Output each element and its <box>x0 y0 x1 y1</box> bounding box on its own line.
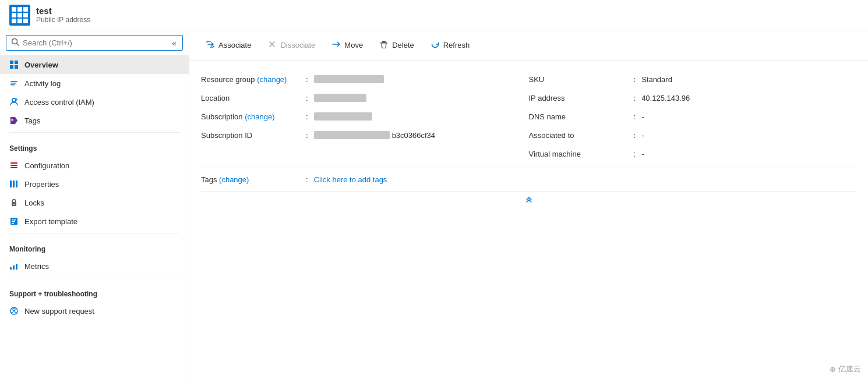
sidebar-item-label: Overview <box>24 61 58 69</box>
props-icon <box>9 179 19 189</box>
svg-rect-4 <box>10 65 13 69</box>
dissociate-label: Dissociate <box>280 41 315 49</box>
svg-point-13 <box>12 119 13 121</box>
detail-label-sku: SKU <box>529 75 634 84</box>
tag-icon <box>9 116 19 125</box>
sidebar-item-locks[interactable]: Locks <box>0 193 189 212</box>
associate-button[interactable]: Associate <box>199 36 258 54</box>
detail-label-associated-to: Associated to <box>529 131 634 140</box>
detail-row-dns-name: DNS name : - <box>529 107 857 126</box>
sidebar-item-label: Activity log <box>24 79 61 88</box>
tags-row: Tags (change) : Click here to add tags <box>201 168 856 191</box>
config-icon <box>9 161 19 170</box>
sidebar-item-access-control[interactable]: Access control (IAM) <box>0 93 189 111</box>
search-input[interactable] <box>23 38 171 47</box>
tags-label: Tags (change) <box>201 175 306 184</box>
dissociate-icon <box>267 40 277 51</box>
content-area: Associate Dissociate M <box>189 30 868 379</box>
refresh-label: Refresh <box>443 41 470 49</box>
svg-rect-24 <box>12 221 15 222</box>
svg-rect-14 <box>10 162 17 164</box>
user-icon <box>9 97 19 107</box>
virtual-machine-value: - <box>641 150 644 158</box>
settings-section-label: Settings <box>0 135 189 156</box>
resource-group-blurred <box>314 75 384 83</box>
svg-rect-19 <box>16 180 17 187</box>
overview-icon <box>9 60 19 69</box>
metrics-icon <box>9 261 19 271</box>
sku-value: Standard <box>641 75 672 84</box>
collapse-details-button[interactable] <box>201 191 856 206</box>
resource-name: test <box>36 6 90 16</box>
detail-value-ip-address: : 40.125.143.96 <box>634 94 690 102</box>
subscription-change-link[interactable]: (change) <box>245 112 274 121</box>
activity-log-icon <box>9 79 19 88</box>
watermark: ⊕ 亿速云 <box>830 364 861 374</box>
associate-icon <box>206 40 215 51</box>
svg-rect-7 <box>10 83 16 84</box>
location-blurred <box>314 94 366 102</box>
detail-value-resource-group: : <box>306 75 384 84</box>
tags-add-link[interactable]: Click here to add tags <box>314 175 387 184</box>
svg-rect-27 <box>13 265 15 270</box>
support-icon <box>9 306 19 316</box>
sidebar-divider <box>9 132 179 133</box>
detail-row-associated-to: Associated to : - <box>529 126 857 144</box>
refresh-button[interactable]: Refresh <box>424 36 477 54</box>
svg-rect-15 <box>10 165 17 166</box>
collapse-sidebar-button[interactable]: « <box>171 38 178 48</box>
sidebar-divider-3 <box>9 278 179 278</box>
detail-value-dns-name: : - <box>634 112 644 121</box>
refresh-icon <box>431 40 440 51</box>
search-box[interactable]: « <box>6 35 183 51</box>
tags-value: : Click here to add tags <box>306 175 387 184</box>
sidebar-item-new-support[interactable]: New support request <box>0 302 189 320</box>
delete-icon <box>379 40 389 51</box>
move-icon <box>331 40 341 51</box>
detail-label-resource-group: Resource group (change) <box>201 75 306 84</box>
sidebar-item-label: Locks <box>24 199 44 207</box>
resource-group-change-link[interactable]: (change) <box>257 75 287 84</box>
svg-rect-16 <box>10 167 17 168</box>
tags-change-link[interactable]: (change) <box>219 175 249 184</box>
delete-label: Delete <box>392 41 414 49</box>
detail-label-subscription: Subscription (change) <box>201 112 306 121</box>
watermark-text: 亿速云 <box>838 364 861 374</box>
support-section-label: Support + troubleshooting <box>0 281 189 302</box>
sidebar-item-label: Access control (IAM) <box>24 98 94 107</box>
watermark-icon: ⊕ <box>830 365 836 374</box>
sidebar: « Overview Activity <box>0 30 189 379</box>
lock-icon <box>9 198 19 207</box>
resource-icon <box>9 5 30 26</box>
associate-label: Associate <box>218 41 251 49</box>
sidebar-item-label: Configuration <box>24 161 69 170</box>
detail-label-dns-name: DNS name <box>529 112 634 121</box>
detail-row-subscription-id: Subscription ID : b3c0366cf34 <box>201 126 529 144</box>
svg-rect-3 <box>15 61 18 64</box>
svg-line-1 <box>17 44 19 46</box>
sidebar-item-export-template[interactable]: Export template <box>0 212 189 231</box>
svg-rect-8 <box>10 84 15 86</box>
move-button[interactable]: Move <box>324 36 370 54</box>
detail-label-ip-address: IP address <box>529 94 634 102</box>
dissociate-button[interactable]: Dissociate <box>260 36 322 54</box>
sidebar-item-tags[interactable]: Tags <box>0 111 189 130</box>
sidebar-item-metrics[interactable]: Metrics <box>0 257 189 275</box>
sidebar-item-configuration[interactable]: Configuration <box>0 156 189 175</box>
sidebar-item-activity-log[interactable]: Activity log <box>0 74 189 93</box>
sidebar-item-properties[interactable]: Properties <box>0 175 189 193</box>
detail-value-subscription-id: : b3c0366cf34 <box>306 131 435 140</box>
sidebar-item-label: Properties <box>24 180 59 189</box>
toolbar: Associate Dissociate M <box>189 30 868 61</box>
svg-rect-2 <box>10 61 13 64</box>
delete-button[interactable]: Delete <box>372 36 421 54</box>
details-grid: Resource group (change) : Location : <box>201 70 856 163</box>
monitoring-section-label: Monitoring <box>0 236 189 257</box>
detail-value-sku: : Standard <box>634 75 672 84</box>
svg-point-11 <box>16 99 16 100</box>
sidebar-item-overview[interactable]: Overview <box>0 55 189 74</box>
svg-rect-26 <box>10 267 12 270</box>
sidebar-item-label: Tags <box>24 116 40 125</box>
detail-row-subscription: Subscription (change) : <box>201 107 529 126</box>
svg-rect-23 <box>12 219 16 221</box>
